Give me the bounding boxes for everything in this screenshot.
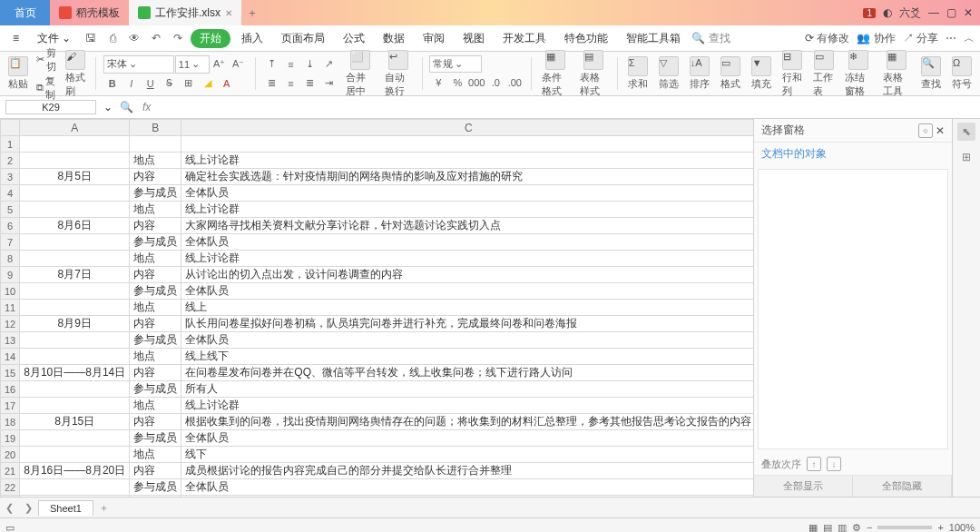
cell[interactable]: 地点 bbox=[130, 300, 181, 316]
cell[interactable]: 在问卷星发布问卷并在QQ、微信等平台转发，线上收集问卷；线下进行路人访问 bbox=[181, 365, 753, 381]
row-header[interactable]: 15 bbox=[1, 365, 20, 381]
view-normal-icon[interactable]: ▦ bbox=[808, 522, 818, 533]
zoom-slider[interactable] bbox=[877, 526, 932, 529]
cell[interactable]: 根据收集到的问卷，找出疫情期间网络舆情存在的问题；将收集到的材料汇总整理，参考其… bbox=[181, 414, 753, 430]
spreadsheet-grid[interactable]: ABCDEFGHIJKLMN1日程安排2地点线上讨论群38月5日内容确定社会实践… bbox=[0, 119, 753, 497]
row-header[interactable]: 4 bbox=[1, 185, 20, 202]
border-icon[interactable]: ⊞ bbox=[180, 74, 198, 93]
sheet-next-icon[interactable]: ❯ bbox=[19, 502, 38, 514]
minimize-icon[interactable]: — bbox=[928, 6, 939, 19]
hide-all-button[interactable]: 全部隐藏 bbox=[853, 476, 952, 497]
row-header[interactable]: 7 bbox=[1, 234, 20, 251]
tab-layout[interactable]: 页面布局 bbox=[274, 28, 332, 49]
cell[interactable]: 参与成员 bbox=[130, 234, 181, 251]
cell[interactable]: 全体队员 bbox=[181, 234, 753, 251]
row-header[interactable]: 16 bbox=[1, 381, 20, 398]
sum-button[interactable]: Σ求和 bbox=[625, 56, 651, 91]
row-header[interactable]: 19 bbox=[1, 430, 20, 447]
row-header[interactable]: 20 bbox=[1, 447, 20, 463]
cell[interactable] bbox=[20, 251, 130, 267]
cell[interactable]: 线下 bbox=[181, 447, 753, 463]
close-window-icon[interactable]: ✕ bbox=[964, 6, 973, 19]
preview-icon[interactable]: 👁 bbox=[125, 29, 143, 47]
find-button[interactable]: 🔍查找 bbox=[918, 56, 944, 91]
increase-font-icon[interactable]: A⁺ bbox=[211, 55, 229, 74]
number-format-select[interactable]: 常规 ⌄ bbox=[429, 55, 482, 73]
pin-icon[interactable]: ⟐ bbox=[918, 123, 933, 138]
cell[interactable] bbox=[20, 447, 130, 463]
size-select[interactable]: 11 ⌄ bbox=[175, 55, 210, 74]
cell[interactable]: 8月7日 bbox=[20, 267, 130, 283]
cell[interactable]: 全体队员 bbox=[181, 185, 753, 202]
cell[interactable]: 8月9日 bbox=[20, 316, 130, 332]
row-header[interactable]: 9 bbox=[1, 267, 20, 283]
col-header[interactable] bbox=[1, 120, 20, 136]
cell[interactable] bbox=[20, 381, 130, 398]
cell[interactable] bbox=[20, 349, 130, 365]
cell[interactable]: 8月10日——8月14日 bbox=[20, 365, 130, 381]
tab-view[interactable]: 视图 bbox=[456, 28, 492, 49]
align-mid-icon[interactable]: ≡ bbox=[281, 55, 299, 74]
cell[interactable]: 8月5日 bbox=[20, 169, 130, 185]
show-all-button[interactable]: 全部显示 bbox=[754, 476, 853, 497]
align-right-icon[interactable]: ≣ bbox=[300, 74, 318, 93]
cell[interactable]: 8月15日 bbox=[20, 414, 130, 430]
merge-button[interactable]: ⬜合并居中 bbox=[343, 50, 376, 98]
cell[interactable]: 线上讨论群 bbox=[181, 251, 753, 267]
italic-icon[interactable]: I bbox=[122, 74, 141, 93]
format-button[interactable]: ▭格式 bbox=[718, 56, 743, 91]
menu-bars-icon[interactable]: ≡ bbox=[5, 29, 26, 47]
cell[interactable]: 内容 bbox=[130, 316, 181, 332]
cell[interactable]: 参与成员 bbox=[130, 185, 181, 202]
cell[interactable]: 内容 bbox=[130, 218, 181, 234]
tab-home[interactable]: 首页 bbox=[0, 0, 50, 25]
orient-icon[interactable]: ↗ bbox=[319, 55, 338, 74]
cell[interactable] bbox=[20, 430, 130, 447]
freeze-button[interactable]: ❄冻结窗格 bbox=[842, 50, 875, 98]
cond-format[interactable]: ▦条件格式 bbox=[539, 50, 572, 98]
row-header[interactable]: 12 bbox=[1, 316, 20, 332]
cell[interactable]: 参与成员 bbox=[130, 332, 181, 349]
font-select[interactable]: 宋体 ⌄ bbox=[103, 55, 174, 74]
user-name[interactable]: 六爻 bbox=[899, 5, 921, 21]
cell[interactable] bbox=[20, 153, 130, 169]
save-icon[interactable]: 🖫 bbox=[82, 29, 100, 47]
tab-template[interactable]: 稻壳模板 bbox=[50, 0, 129, 25]
search-box[interactable]: 🔍 查找 bbox=[691, 31, 730, 46]
cell[interactable] bbox=[20, 283, 130, 300]
view-break-icon[interactable]: ▥ bbox=[838, 522, 847, 533]
mode-icon[interactable]: ▭ bbox=[5, 522, 15, 533]
maximize-icon[interactable]: ▢ bbox=[946, 6, 956, 19]
row-header[interactable]: 8 bbox=[1, 251, 20, 267]
tab-review[interactable]: 审阅 bbox=[416, 28, 452, 49]
rowcol-button[interactable]: ⊟行和列 bbox=[779, 50, 806, 98]
sheet-tab[interactable]: Sheet1 bbox=[38, 500, 93, 516]
row-header[interactable]: 11 bbox=[1, 300, 20, 316]
symbol-button[interactable]: Ω符号 bbox=[949, 56, 975, 91]
sheet-button[interactable]: ▭工作表 bbox=[810, 50, 837, 98]
view-page-icon[interactable]: ▤ bbox=[823, 522, 832, 533]
cell[interactable] bbox=[130, 136, 181, 153]
new-tab-button[interactable]: ＋ bbox=[241, 0, 263, 25]
align-center-icon[interactable]: ≡ bbox=[281, 74, 299, 93]
row-header[interactable]: 3 bbox=[1, 169, 20, 185]
cell[interactable]: 地点 bbox=[130, 202, 181, 218]
decrease-font-icon[interactable]: A⁻ bbox=[230, 55, 248, 74]
copy-button[interactable]: ⧉ 复制 bbox=[36, 74, 57, 102]
row-header[interactable]: 6 bbox=[1, 218, 20, 234]
underline-icon[interactable]: U bbox=[142, 74, 160, 93]
wrap-button[interactable]: ↩自动换行 bbox=[382, 50, 415, 98]
cell[interactable]: 全体队员 bbox=[181, 479, 753, 496]
cell[interactable]: 所有人 bbox=[181, 381, 753, 398]
currency-icon[interactable]: ¥ bbox=[429, 74, 447, 92]
font-color-icon[interactable]: A bbox=[218, 74, 236, 93]
col-header[interactable]: C bbox=[181, 120, 753, 136]
dec-dec-icon[interactable]: .00 bbox=[505, 74, 524, 92]
cell[interactable]: 内容 bbox=[130, 365, 181, 381]
cell[interactable] bbox=[20, 398, 130, 414]
percent-icon[interactable]: % bbox=[448, 74, 466, 92]
cell[interactable]: 地点 bbox=[130, 398, 181, 414]
align-left-icon[interactable]: ≣ bbox=[262, 74, 280, 93]
fx-icon[interactable]: 🔍 fx bbox=[120, 101, 151, 113]
paste-group[interactable]: 📋粘贴 bbox=[5, 56, 31, 91]
